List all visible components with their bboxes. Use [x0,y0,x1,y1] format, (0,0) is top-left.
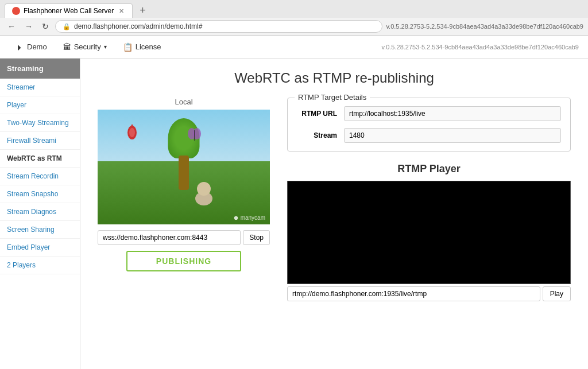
rtmp-url-row: RTMP URL [297,106,561,121]
rtmp-player-title: RTMP Player [287,163,571,175]
stream-url-input[interactable] [98,230,241,245]
svg-point-9 [204,183,209,190]
left-panel: Local [98,98,270,301]
rtmp-target-title: RTMP Target Details [295,93,370,102]
forward-btn[interactable]: → [22,21,36,32]
sidebar-item-screen-share[interactable]: Screen Sharing [0,221,80,239]
rtmp-player-controls: Play [287,286,571,301]
main-content: WebRTC as RTMP re-publishing Local [80,59,588,369]
lock-icon: 🔒 [63,23,71,30]
play-button[interactable]: Play [543,286,571,301]
app-navbar: ⏵ Demo 🏛 Security ▾ 📋 License v.0.5.28.2… [0,36,588,59]
svg-point-8 [199,183,203,190]
tab-title: Flashphoner Web Call Server [24,7,114,15]
app-body: Streaming Streamer Player Two-Way Stream… [0,59,588,369]
rtmp-stream-label: Stream [297,131,337,139]
nav-license-label: License [136,42,161,51]
page-title: WebRTC as RTMP re-publishing [98,70,571,86]
right-panel: RTMP Target Details RTMP URL Stream RTMP… [287,98,571,301]
sidebar-item-stream-record[interactable]: Stream Recordin [0,168,80,185]
rtmp-target-box: RTMP Target Details RTMP URL Stream [287,98,571,152]
rtmp-url-label: RTMP URL [297,110,337,118]
nav-security[interactable]: 🏛 Security ▾ [56,38,114,56]
license-icon: 📋 [123,42,133,52]
reload-btn[interactable]: ↻ [39,21,52,32]
address-text: demo.flashphoner.com/admin/demo.html# [74,22,202,30]
tab-favicon [12,7,20,15]
nav-security-label: Security [74,42,101,51]
animal-decoration [192,178,215,207]
sidebar-header: Streaming [0,59,80,79]
sidebar-item-webrtc-rtmp[interactable]: WebRTC as RTM [0,150,80,168]
tab-bar: Flashphoner Web Call Server ✕ + [0,0,588,18]
active-tab[interactable]: Flashphoner Web Call Server ✕ [5,3,133,18]
sidebar-item-stream-diag[interactable]: Stream Diagnos [0,203,80,221]
security-dropdown-arrow: ▾ [104,44,107,50]
publishing-button[interactable]: PUBLISHING [126,251,241,271]
content-area: Local [98,98,571,301]
back-btn[interactable]: ← [5,21,18,32]
video-container: ⏺ manycam [98,110,270,224]
svg-point-7 [197,182,211,196]
rtmp-stream-row: Stream [297,128,561,143]
new-tab-btn[interactable]: + [137,5,148,17]
security-icon: 🏛 [63,42,71,52]
browser-version: v.0.5.28.2753-5.2.534-9cb84aea43ad4a3a33… [386,23,583,30]
address-bar[interactable]: 🔒 demo.flashphoner.com/admin/demo.html# [55,20,382,33]
nav-demo[interactable]: ⏵ Demo [9,38,54,56]
video-scene [98,110,270,224]
sidebar-item-embed-player[interactable]: Embed Player [0,239,80,257]
rtmp-stream-input[interactable] [344,128,561,143]
rtmp-player-screen [287,181,571,284]
rtmp-url-input[interactable] [344,106,561,121]
local-label: Local [98,98,270,106]
sidebar-item-player[interactable]: Player [0,96,80,114]
sidebar-item-two-players[interactable]: 2 Players [0,257,80,274]
nav-version: v.0.5.28.2753-5.2.534-9cb84aea43ad4a3a33… [381,44,579,51]
play-icon: ⏵ [16,42,24,52]
svg-rect-5 [194,130,195,141]
sidebar-item-streamer[interactable]: Streamer [0,79,80,96]
manycam-watermark: ⏺ manycam [233,215,265,221]
stream-controls: Stop [98,230,270,245]
sidebar-item-firewall[interactable]: Firewall Streami [0,132,80,150]
nav-demo-label: Demo [27,42,47,51]
stop-button[interactable]: Stop [243,230,270,245]
sidebar-item-two-way[interactable]: Two-Way Streaming [0,114,80,132]
sidebar-item-stream-snap[interactable]: Stream Snapsho [0,185,80,203]
nav-license[interactable]: 📋 License [116,38,168,56]
sidebar: Streaming Streamer Player Two-Way Stream… [0,59,80,369]
svg-point-2 [129,128,135,137]
bird-decoration [123,121,141,141]
rtmp-player-section: RTMP Player Play [287,163,571,301]
rtmp-player-url-input[interactable] [287,286,540,301]
tab-close-btn[interactable]: ✕ [117,7,125,15]
address-bar-row: ← → ↻ 🔒 demo.flashphoner.com/admin/demo.… [0,18,588,35]
butterfly-decoration [187,127,202,144]
tree-trunk [179,156,189,190]
browser-chrome: Flashphoner Web Call Server ✕ + ← → ↻ 🔒 … [0,0,588,36]
